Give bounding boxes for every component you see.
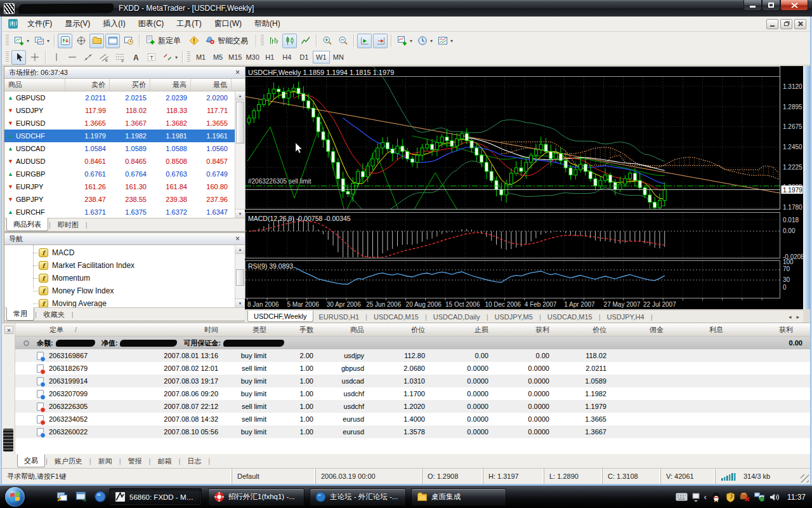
terminal-close-button[interactable]: × — [4, 326, 13, 334]
crosshair-tool-button[interactable] — [27, 50, 42, 65]
start-button[interactable] — [5, 487, 25, 507]
toolbar-drag-handle[interactable] — [261, 35, 264, 46]
text-label-button[interactable]: T — [144, 50, 159, 65]
profiles-button[interactable] — [32, 34, 46, 48]
order-row-2063226305[interactable]: 20632263052007.08.07 22:12sell limit1.00… — [15, 400, 810, 413]
arrows-tool-button[interactable] — [160, 50, 174, 65]
mdi-scroll-strip[interactable] — [803, 66, 810, 309]
market-watch-tab-1[interactable]: 即时图 — [51, 219, 85, 231]
orders-header-col-4[interactable]: 商品 — [318, 325, 369, 335]
terminal-tab-4[interactable]: 邮箱 — [151, 455, 178, 467]
navigator-toggle[interactable] — [89, 34, 104, 48]
chart-window-icon[interactable] — [8, 18, 18, 29]
periods-button[interactable] — [415, 34, 429, 48]
menu-item-3[interactable]: 图表(C) — [132, 17, 171, 31]
fibonacci-button[interactable]: F — [112, 50, 127, 65]
window-switcher-icon[interactable] — [75, 490, 88, 503]
qq-messenger-icon[interactable] — [711, 491, 721, 502]
navigator-item-money-flow-index[interactable]: fMoney Flow Index — [4, 284, 245, 297]
disconnected-device-icon[interactable] — [740, 492, 750, 502]
terminal-tab-0[interactable]: 交易 — [17, 454, 45, 467]
market-watch-row-eurchf[interactable]: ▲EURCHF1.63711.63751.63721.6347 — [4, 206, 235, 218]
orders-header-col-0[interactable]: 定单/ — [15, 325, 96, 335]
chevron-down-icon[interactable]: ▾ — [47, 38, 49, 44]
order-row-2063260022[interactable]: 20632600222007.08.10 05:56buy limit1.00e… — [15, 425, 810, 438]
market-watch-row-usdjpy[interactable]: ▼USDJPY117.99118.02118.33117.71 — [4, 104, 235, 117]
market-watch-col-2[interactable]: 买价 — [110, 79, 150, 91]
chart-tab-6[interactable]: USDJPY,H4 — [601, 312, 650, 322]
volume-icon[interactable] — [769, 493, 780, 502]
chart-tab-0[interactable]: USDCHF,Weekly — [247, 311, 313, 322]
terminal-tab-1[interactable]: 账户历史 — [48, 455, 89, 467]
auto-scroll-toggle[interactable] — [357, 34, 372, 48]
market-watch-row-gbpusd[interactable]: ▲GBPUSD2.02112.02152.02392.0200 — [4, 91, 235, 104]
menu-item-5[interactable]: 窗口(W) — [208, 17, 248, 31]
menu-item-2[interactable]: 插入(I) — [96, 17, 131, 31]
orders-header-col-6[interactable]: 止损 — [430, 325, 494, 335]
scroll-down-icon[interactable]: ▼ — [235, 298, 245, 307]
orders-header-col-9[interactable]: 佣金 — [612, 325, 669, 335]
timeframe-m1-button[interactable]: M1 — [192, 51, 209, 64]
trendline-button[interactable] — [81, 50, 95, 65]
market-watch-close-button[interactable]: × — [233, 68, 242, 77]
menu-item-0[interactable]: 文件(F) — [21, 17, 58, 31]
status-profile[interactable]: Default — [232, 469, 315, 484]
market-watch-row-usdcad[interactable]: ▲USDCAD1.05841.05891.05881.0560 — [4, 142, 235, 155]
navigator-item-market-facilitation-index[interactable]: fMarket Facilitation Index — [4, 259, 245, 272]
timeframe-d1-button[interactable]: D1 — [296, 51, 313, 64]
chart-tab-2[interactable]: USDCAD,M15 — [368, 312, 424, 322]
cursor-tool-button[interactable] — [11, 50, 26, 65]
keyboard-icon[interactable] — [676, 493, 688, 501]
order-row-2063182679[interactable]: 20631826792007.08.02 12:01sell limit1.00… — [15, 362, 810, 375]
tabs-scroll-left-icon[interactable]: ◂ — [789, 314, 792, 320]
chart-tab-5[interactable]: USDCAD,M15 — [542, 312, 598, 322]
market-watch-row-usdchf[interactable]: ▲USDCHF1.19791.19821.19811.1961 — [4, 130, 235, 142]
order-row-2063207099[interactable]: 20632070992007.08.06 09:20buy limit1.00u… — [15, 387, 810, 400]
timeframe-m5-button[interactable]: M5 — [209, 51, 226, 64]
timeframe-w1-button[interactable]: W1 — [313, 51, 330, 64]
browser-icon[interactable] — [94, 490, 107, 503]
navigator-item-momentum[interactable]: fMomentum — [4, 272, 245, 284]
scroll-down-icon[interactable]: ▼ — [235, 209, 245, 218]
tabs-scroll-right-icon[interactable]: ▸ — [796, 314, 799, 320]
metaeditor-button[interactable] — [187, 34, 201, 48]
navigator-titlebar[interactable]: 导航 × — [4, 233, 245, 245]
close-button[interactable] — [780, 0, 808, 11]
toolbar-drag-handle[interactable] — [187, 51, 190, 63]
expert-advisors-button[interactable]: 智能交易 — [202, 34, 252, 48]
maximize-button[interactable] — [762, 0, 780, 11]
taskbar-clock[interactable]: 11:37 — [787, 493, 806, 502]
scrollbar-thumb[interactable] — [236, 102, 244, 144]
market-watch-row-audusd[interactable]: ▼AUDUSD0.84610.84650.85080.8457 — [4, 155, 235, 168]
navigator-close-button[interactable]: × — [233, 234, 242, 243]
show-desktop-icon[interactable] — [56, 490, 69, 503]
indicators-button[interactable] — [395, 34, 409, 48]
chart-area[interactable]: 1.31201.28951.26751.24501.22251.20051.17… — [245, 66, 803, 309]
chevron-down-icon[interactable]: ▾ — [450, 38, 453, 44]
navigator-item-moving-average[interactable]: fMoving Average — [4, 297, 245, 307]
chart-canvas[interactable]: 1.31201.28951.26751.24501.22251.20051.17… — [245, 66, 803, 309]
orders-header-col-1[interactable]: 时间 — [96, 325, 223, 335]
market-watch-row-eurgbp[interactable]: ▲EURGBP0.67610.67640.67630.6749 — [4, 168, 235, 180]
terminal-tab-3[interactable]: 警报 — [122, 455, 148, 467]
zoom-in-button[interactable] — [320, 34, 334, 48]
menu-item-4[interactable]: 工具(T) — [170, 17, 207, 31]
chart-tab-3[interactable]: USDCAD,Daily — [428, 312, 486, 322]
order-row-2063234052[interactable]: 20632340522007.08.08 14:32sell limit1.00… — [15, 413, 810, 425]
templates-button[interactable] — [435, 34, 450, 48]
market-watch-row-eurjpy[interactable]: ▼EURJPY161.26161.30161.84160.80 — [4, 180, 235, 193]
text-tool-button[interactable]: A — [128, 50, 143, 65]
navigator-tab-0[interactable]: 常用 — [6, 307, 34, 321]
menu-item-6[interactable]: 帮助(H) — [248, 17, 287, 31]
taskbar-button-0[interactable]: 56860: FXDD - Me... — [109, 488, 202, 505]
timeframe-h4-button[interactable]: H4 — [278, 51, 296, 64]
scroll-up-icon[interactable]: ▲ — [235, 245, 245, 254]
market-watch-col-4[interactable]: 最低 — [191, 79, 232, 91]
scrollbar-thumb[interactable] — [236, 269, 244, 286]
toolbar-drag-handle[interactable] — [6, 51, 9, 63]
market-watch-tab-0[interactable]: 商品列表 — [6, 218, 48, 231]
security-shield-icon[interactable] — [726, 492, 735, 502]
chart-shift-toggle[interactable] — [373, 34, 388, 48]
chevron-down-icon[interactable]: ▾ — [430, 38, 433, 44]
orders-header-col-10[interactable]: 利息 — [669, 325, 728, 335]
